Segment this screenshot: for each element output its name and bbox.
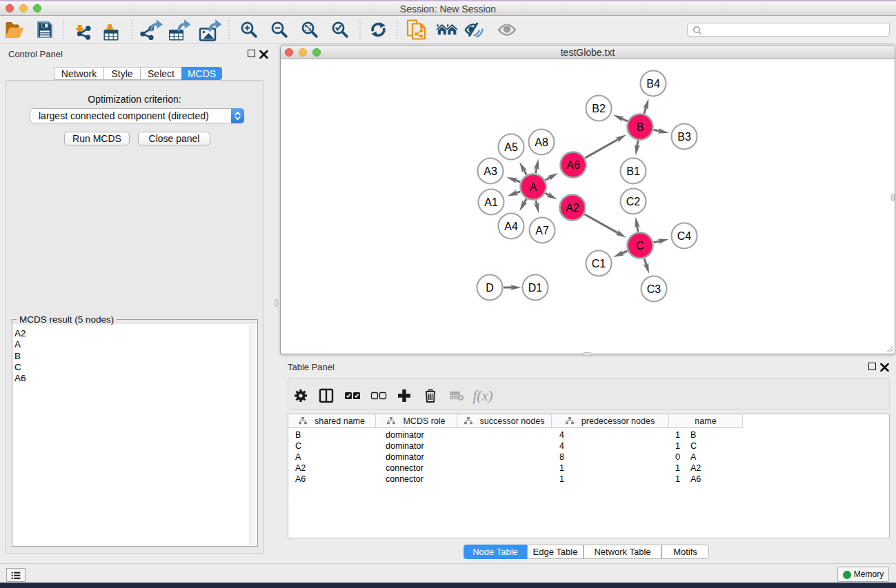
svg-text:A: A: [530, 181, 537, 193]
svg-text:C3: C3: [647, 283, 661, 295]
svg-text:B: B: [637, 121, 644, 133]
svg-text:A3: A3: [484, 165, 497, 177]
svg-text:C: C: [636, 240, 644, 252]
svg-text:D1: D1: [528, 282, 543, 294]
svg-text:C2: C2: [626, 196, 641, 207]
svg-text:f(x): f(x): [472, 387, 492, 404]
svg-text:D: D: [486, 282, 494, 294]
svg-text:A5: A5: [504, 141, 518, 153]
svg-text:A6: A6: [566, 159, 580, 171]
svg-text:A7: A7: [535, 225, 549, 236]
svg-text:C4: C4: [677, 230, 692, 242]
svg-text:B4: B4: [646, 78, 660, 90]
svg-text:A1: A1: [484, 196, 498, 208]
svg-text:B3: B3: [677, 131, 691, 143]
svg-text:B2: B2: [592, 103, 606, 114]
svg-text:C1: C1: [592, 258, 606, 270]
svg-text:A4: A4: [504, 221, 518, 232]
svg-text:A8: A8: [535, 136, 548, 148]
svg-text:B1: B1: [626, 165, 640, 177]
svg-text:A2: A2: [566, 202, 579, 214]
